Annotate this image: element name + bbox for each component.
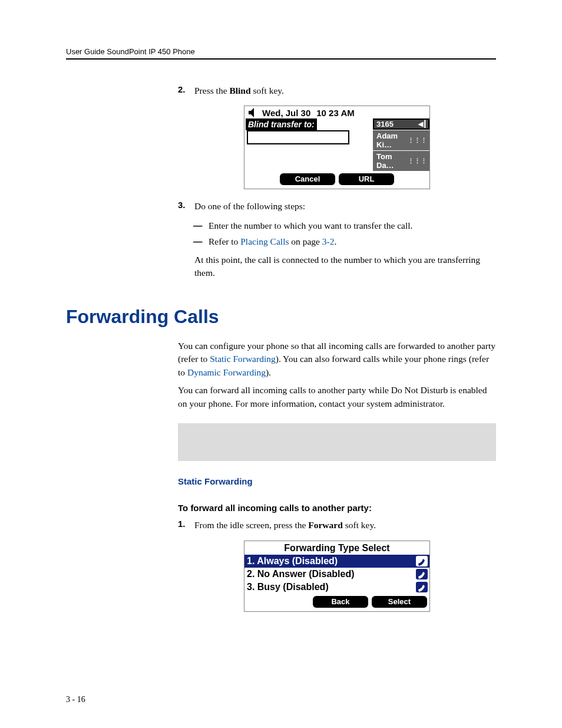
note-box	[178, 423, 496, 461]
url-softkey[interactable]: URL	[339, 173, 394, 185]
step-body: Do one of the following steps:	[194, 200, 496, 213]
line-key-3[interactable]: Tom Da… ⋮⋮⋮	[373, 151, 429, 171]
line-key-1[interactable]: 3165 ◀┃	[373, 118, 429, 130]
paragraph: You can forward all incoming calls to an…	[178, 384, 496, 410]
text: Refer to Placing Calls on page 3-2.	[209, 235, 336, 248]
phone-date: Wed, Jul 30	[262, 108, 310, 118]
svg-rect-1	[416, 556, 428, 566]
softkey-name: Forward	[308, 520, 343, 530]
phone-status-bar: Wed, Jul 30 10 23 AM	[244, 106, 429, 118]
back-softkey[interactable]: Back	[313, 596, 368, 608]
text: From the idle screen, press the	[194, 520, 308, 530]
text: Enter the number to which you want to tr…	[209, 219, 413, 232]
forwarding-option-busy[interactable]: 3. Busy (Disabled)	[244, 581, 429, 594]
section-heading-forwarding-calls: Forwarding Calls	[66, 306, 496, 328]
blind-transfer-label: Blind transfer to:	[246, 118, 317, 130]
svg-rect-2	[416, 569, 428, 579]
step-1: 1. From the idle screen, press the Forwa…	[178, 519, 496, 532]
text: .	[335, 236, 337, 246]
line-label: Adam Ki…	[376, 131, 408, 149]
text: ).	[266, 367, 271, 377]
dash-icon: —	[193, 219, 209, 232]
link-placing-calls[interactable]: Placing Calls	[240, 236, 289, 246]
keypad-icon: ⋮⋮⋮	[408, 157, 427, 165]
step-2: 2. Press the Blind soft key.	[178, 84, 496, 97]
link-page-3-2[interactable]: 3-2	[322, 236, 335, 246]
option-label: 1. Always (Disabled)	[247, 556, 415, 566]
line-label: 3165	[376, 120, 394, 129]
step-number: 3.	[178, 200, 194, 213]
text: on page	[289, 236, 322, 246]
step-body: Press the Blind soft key.	[194, 84, 496, 97]
link-static-forwarding[interactable]: Static Forwarding	[210, 354, 276, 364]
option-label: 2. No Answer (Disabled)	[247, 569, 415, 579]
line-key-2[interactable]: Adam Ki… ⋮⋮⋮	[373, 130, 429, 150]
phone-icon	[415, 568, 428, 580]
softkey-row: Back Select	[244, 594, 429, 611]
header-rule	[66, 58, 496, 60]
step-number: 2.	[178, 84, 194, 97]
option-label: 3. Busy (Disabled)	[247, 582, 415, 592]
phone-screenshot-forwarding-type: Forwarding Type Select 1. Always (Disabl…	[244, 541, 430, 612]
phone-time: 10 23 AM	[316, 108, 354, 118]
screen-title: Forwarding Type Select	[244, 541, 429, 555]
svg-rect-3	[416, 582, 428, 592]
line-label: Tom Da…	[376, 152, 408, 170]
step-body: From the idle screen, press the Forward …	[194, 519, 496, 532]
subheading-static-forwarding: Static Forwarding	[178, 476, 496, 486]
step-number: 1.	[178, 519, 194, 532]
link-dynamic-forwarding[interactable]: Dynamic Forwarding	[187, 367, 266, 377]
transfer-number-field[interactable]	[247, 130, 349, 144]
dash-icon: —	[193, 235, 209, 248]
sub-bullet: — Enter the number to which you want to …	[193, 219, 496, 232]
procedure-heading: To forward all incoming calls to another…	[178, 503, 496, 513]
paragraph: You can configure your phone so that all…	[178, 340, 496, 379]
forwarding-option-no-answer[interactable]: 2. No Answer (Disabled)	[244, 568, 429, 581]
text: soft key.	[251, 85, 284, 95]
text: Press the	[194, 85, 229, 95]
svg-marker-0	[249, 108, 254, 117]
softkey-name: Blind	[229, 85, 250, 95]
forwarding-option-always[interactable]: 1. Always (Disabled)	[244, 555, 429, 568]
sub-bullet: — Refer to Placing Calls on page 3-2.	[193, 235, 496, 248]
paragraph: At this point, the call is connected to …	[194, 253, 496, 280]
page-number: 3 - 16	[66, 695, 85, 704]
step-3: 3. Do one of the following steps:	[178, 200, 496, 213]
running-header: User Guide SoundPoint IP 450 Phone	[66, 47, 496, 56]
text: Refer to	[209, 236, 240, 246]
text: soft key.	[343, 520, 376, 530]
arrow-left-icon: ◀┃	[418, 120, 427, 128]
speaker-icon	[248, 107, 257, 118]
keypad-icon: ⋮⋮⋮	[408, 137, 427, 144]
phone-icon	[415, 555, 428, 567]
cancel-softkey[interactable]: Cancel	[280, 173, 335, 185]
phone-screenshot-blind-transfer: Wed, Jul 30 10 23 AM Blind transfer to: …	[244, 106, 430, 189]
select-softkey[interactable]: Select	[372, 596, 427, 608]
phone-icon	[415, 581, 428, 593]
softkey-row: Cancel URL	[244, 171, 429, 189]
